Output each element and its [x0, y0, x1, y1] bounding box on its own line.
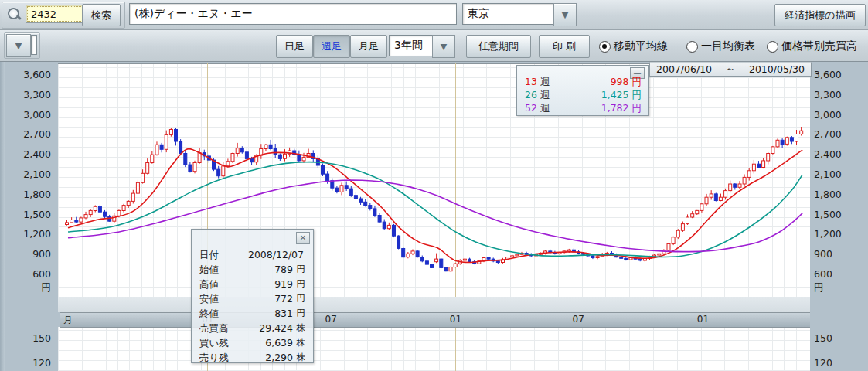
date-range-start: 2007/06/10 — [656, 63, 712, 75]
radio-ichimoku[interactable]: 一目均衡表 — [686, 39, 755, 53]
range-select-value: 3年間 — [394, 39, 423, 53]
tab-daily[interactable]: 日足 — [276, 35, 313, 58]
tooltip-row: 売り残2,290株 — [199, 352, 305, 365]
chevron-down-icon: ▼ — [562, 10, 568, 20]
x-axis-label: 01 — [450, 314, 461, 325]
legend-period-unit: 週 — [540, 102, 550, 114]
quote-tooltip-panel[interactable]: ✕ 日付2008/12/07 始値789円 高値919円 安値772円 終値83… — [191, 229, 314, 363]
chevron-down-icon: ▼ — [441, 42, 447, 52]
economic-indicator-button[interactable]: 経済指標の描画 — [774, 4, 866, 26]
tooltip-row: 売買高29,424株 — [199, 322, 305, 335]
search-icon — [7, 7, 21, 21]
tooltip-row: 始値789円 — [199, 264, 305, 277]
legend-period-unit: 週 — [540, 76, 550, 87]
search-button[interactable]: 検索 — [82, 4, 121, 26]
tab-weekly[interactable]: 週足 — [313, 35, 350, 58]
tooltip-row: 安値772円 — [199, 293, 305, 306]
main-toolbar: 検索 東京 ▼ 経済指標の描画 — [0, 0, 868, 30]
legend-period: 52 — [525, 102, 537, 114]
market-select-arrow-button[interactable]: ▼ — [553, 3, 577, 26]
legend-period-unit: 週 — [540, 89, 550, 100]
market-select-value: 東京 — [468, 7, 489, 21]
range-select-arrow-button[interactable]: ▼ — [432, 35, 455, 58]
x-axis-label: 07 — [573, 314, 584, 325]
chart-region: 月 0107010701 — 13 週 998 円 26 週 1,425 円 5… — [0, 62, 868, 371]
legend-value: 1,425 — [601, 89, 629, 100]
market-select[interactable]: 東京 — [462, 3, 564, 25]
x-axis-label: 07 — [325, 314, 337, 325]
radio-icon — [599, 41, 611, 53]
radio-volume-by-price-label: 価格帯別売買高 — [781, 39, 857, 53]
date-range-separator: ～ — [726, 63, 736, 76]
x-axis-label: 01 — [697, 314, 709, 325]
date-range-end: 2010/05/30 — [749, 63, 805, 75]
radio-moving-average-label: 移動平均線 — [614, 39, 668, 53]
legend-period: 13 — [525, 76, 537, 87]
favorites-dropdown-button[interactable]: ▼ — [6, 34, 31, 57]
legend-value: 998 — [611, 76, 629, 87]
radio-moving-average[interactable]: 移動平均線 — [599, 39, 668, 53]
stock-code-input[interactable] — [26, 5, 87, 23]
legend-row: 13 週 998 円 — [525, 76, 642, 89]
chevron-down-icon: ▼ — [15, 41, 22, 51]
legend-row: 52 週 1,782 円 — [525, 102, 642, 115]
legend-period: 26 — [525, 89, 537, 100]
tooltip-row: 買い残6,639株 — [199, 337, 305, 350]
tab-monthly[interactable]: 月足 — [350, 35, 387, 58]
tooltip-row: 終値831円 — [199, 308, 305, 321]
tooltip-row: 日付2008/12/07 — [199, 249, 305, 262]
close-icon: ✕ — [300, 234, 306, 242]
x-axis-month-header: 月 — [63, 314, 73, 327]
close-button[interactable]: ✕ — [296, 232, 310, 244]
date-range-bar[interactable]: 2007/06/10 ～ 2010/05/30 — [649, 62, 812, 77]
legend-value: 1,782 — [601, 102, 629, 114]
custom-period-button[interactable]: 任意期間 — [466, 35, 531, 58]
favorites-dropdown-field — [31, 35, 37, 55]
legend-row: 26 週 1,425 円 — [525, 89, 642, 102]
moving-average-legend-panel[interactable]: — 13 週 998 円 26 週 1,425 円 52 週 1,782 円 — [516, 65, 649, 116]
chart-toolbar: ▼ 日足 週足 月足 3年間 ▼ 任意期間 印 刷 移動平均線 一目均衡表 価格… — [0, 30, 868, 62]
tooltip-row: 高値919円 — [199, 278, 305, 291]
legend-value-unit: 円 — [632, 76, 642, 87]
x-axis-bar[interactable]: 月 0107010701 — [60, 312, 810, 328]
radio-icon — [686, 41, 698, 53]
radio-icon — [767, 41, 778, 53]
radio-ichimoku-label: 一目均衡表 — [701, 39, 755, 53]
legend-value-unit: 円 — [632, 89, 642, 100]
radio-volume-by-price[interactable]: 価格帯別売買高 — [767, 39, 857, 53]
company-name-input[interactable] — [129, 3, 457, 25]
print-button[interactable]: 印 刷 — [539, 35, 590, 58]
legend-value-unit: 円 — [632, 102, 642, 114]
